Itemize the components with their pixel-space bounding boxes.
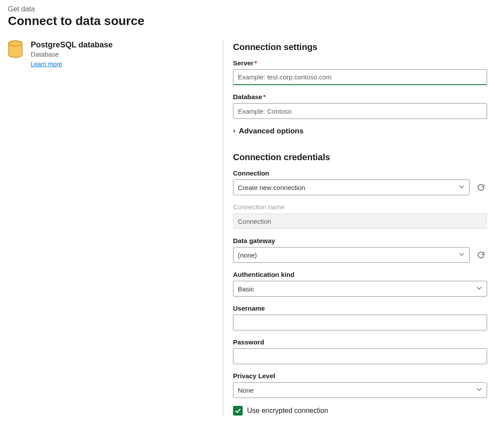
connection-name-input [233,213,487,229]
chevron-right-icon: › [233,127,235,134]
connection-name-label: Connection name [233,203,487,211]
privacy-select[interactable]: None [233,382,487,398]
required-indicator: * [255,59,257,67]
password-label: Password [233,338,487,346]
refresh-icon [477,183,485,192]
advanced-options-toggle[interactable]: › Advanced options [233,127,487,136]
gateway-select[interactable]: (none) [233,247,470,263]
gateway-label: Data gateway [233,237,487,244]
form-panel: Connection settings Server* Database* › … [223,40,487,416]
chevron-down-icon [459,251,465,259]
settings-heading: Connection settings [233,42,487,52]
server-input[interactable] [233,69,487,85]
connector-category: Database [31,50,113,58]
auth-kind-select[interactable]: Basic [233,281,487,297]
credentials-heading: Connection credentials [233,152,487,162]
breadcrumb: Get data [8,5,487,13]
learn-more-link[interactable]: Learn more [31,61,62,68]
page-title: Connect to data source [8,14,487,28]
connector-name: PostgreSQL database [31,40,113,50]
database-label: Database* [233,93,487,100]
refresh-gateway-button[interactable] [475,249,487,261]
database-input[interactable] [233,103,487,119]
connector-panel: PostgreSQL database Database Learn more [8,40,223,416]
check-icon [235,408,241,414]
username-input[interactable] [233,315,487,330]
chevron-down-icon [476,387,482,394]
refresh-connection-button[interactable] [475,181,487,194]
privacy-label: Privacy Level [233,372,487,380]
encrypted-checkbox[interactable] [233,406,243,416]
connection-select[interactable]: Create new connection [233,179,470,195]
database-cylinder-icon [8,40,23,59]
auth-kind-label: Authentication kind [233,271,487,278]
refresh-icon [477,251,485,259]
password-input[interactable] [233,348,487,364]
connection-label: Connection [233,169,487,177]
chevron-down-icon [476,285,482,293]
server-label: Server* [233,59,487,67]
username-label: Username [233,305,487,312]
required-indicator: * [263,93,266,100]
encrypted-label: Use encrypted connection [247,407,328,415]
chevron-down-icon [459,184,465,191]
